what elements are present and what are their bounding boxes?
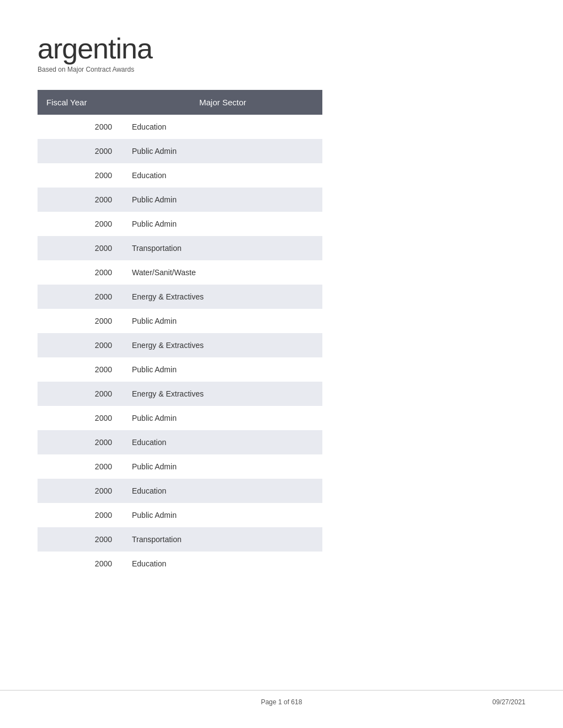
row-year: 2000 bbox=[38, 238, 123, 258]
page-footer: Page 1 of 618 09/27/2021 bbox=[0, 690, 563, 706]
table-row: 2000Public Admin bbox=[38, 503, 322, 527]
row-year: 2000 bbox=[38, 529, 123, 549]
row-year: 2000 bbox=[38, 190, 123, 210]
row-year: 2000 bbox=[38, 360, 123, 379]
row-year: 2000 bbox=[38, 554, 123, 574]
report-header: argentina Based on Major Contract Awards bbox=[38, 33, 525, 73]
row-sector: Education bbox=[123, 117, 322, 137]
table-row: 2000Education bbox=[38, 479, 322, 503]
row-sector: Transportation bbox=[123, 238, 322, 258]
major-sector-header: Major Sector bbox=[123, 90, 322, 115]
row-year: 2000 bbox=[38, 214, 123, 234]
table-row: 2000Energy & Extractives bbox=[38, 382, 322, 406]
report-title: argentina bbox=[38, 33, 525, 65]
row-sector: Education bbox=[123, 554, 322, 574]
table-row: 2000Energy & Extractives bbox=[38, 333, 322, 357]
row-year: 2000 bbox=[38, 408, 123, 428]
row-sector: Energy & Extractives bbox=[123, 384, 322, 404]
report-subtitle: Based on Major Contract Awards bbox=[38, 66, 525, 73]
row-sector: Transportation bbox=[123, 529, 322, 549]
row-year: 2000 bbox=[38, 311, 123, 331]
row-sector: Public Admin bbox=[123, 214, 322, 234]
row-year: 2000 bbox=[38, 457, 123, 477]
row-sector: Public Admin bbox=[123, 141, 322, 161]
table-row: 2000Water/Sanit/Waste bbox=[38, 260, 322, 285]
footer-date: 09/27/2021 bbox=[492, 698, 525, 706]
row-sector: Public Admin bbox=[123, 457, 322, 477]
table-row: 2000Public Admin bbox=[38, 406, 322, 430]
row-year: 2000 bbox=[38, 165, 123, 185]
row-sector: Public Admin bbox=[123, 311, 322, 331]
row-year: 2000 bbox=[38, 287, 123, 307]
row-year: 2000 bbox=[38, 384, 123, 404]
table-row: 2000Public Admin bbox=[38, 454, 322, 479]
fiscal-year-header: Fiscal Year bbox=[38, 90, 123, 115]
row-sector: Education bbox=[123, 481, 322, 501]
table-row: 2000Public Admin bbox=[38, 212, 322, 236]
table-row: 2000Public Admin bbox=[38, 139, 322, 163]
table-row: 2000Public Admin bbox=[38, 309, 322, 333]
table-row: 2000Transportation bbox=[38, 236, 322, 260]
table-row: 2000Education bbox=[38, 430, 322, 454]
row-year: 2000 bbox=[38, 335, 123, 355]
row-year: 2000 bbox=[38, 141, 123, 161]
row-sector: Energy & Extractives bbox=[123, 335, 322, 355]
table-row: 2000Public Admin bbox=[38, 357, 322, 382]
table-header: Fiscal Year Major Sector bbox=[38, 90, 322, 115]
row-sector: Public Admin bbox=[123, 190, 322, 210]
row-sector: Water/Sanit/Waste bbox=[123, 263, 322, 282]
table-row: 2000Education bbox=[38, 115, 322, 139]
row-year: 2000 bbox=[38, 505, 123, 525]
row-sector: Public Admin bbox=[123, 505, 322, 525]
table-body: 2000Education2000Public Admin2000Educati… bbox=[38, 115, 322, 576]
row-year: 2000 bbox=[38, 263, 123, 282]
row-year: 2000 bbox=[38, 432, 123, 452]
page-info: Page 1 of 618 bbox=[200, 698, 363, 706]
table-row: 2000Education bbox=[38, 552, 322, 576]
row-year: 2000 bbox=[38, 117, 123, 137]
row-year: 2000 bbox=[38, 481, 123, 501]
row-sector: Education bbox=[123, 432, 322, 452]
row-sector: Education bbox=[123, 165, 322, 185]
data-table: Fiscal Year Major Sector 2000Education20… bbox=[38, 90, 322, 576]
table-row: 2000Education bbox=[38, 163, 322, 188]
row-sector: Public Admin bbox=[123, 360, 322, 379]
page-container: argentina Based on Major Contract Awards… bbox=[0, 0, 563, 620]
table-row: 2000Energy & Extractives bbox=[38, 285, 322, 309]
row-sector: Energy & Extractives bbox=[123, 287, 322, 307]
row-sector: Public Admin bbox=[123, 408, 322, 428]
table-row: 2000Transportation bbox=[38, 527, 322, 552]
table-row: 2000Public Admin bbox=[38, 188, 322, 212]
